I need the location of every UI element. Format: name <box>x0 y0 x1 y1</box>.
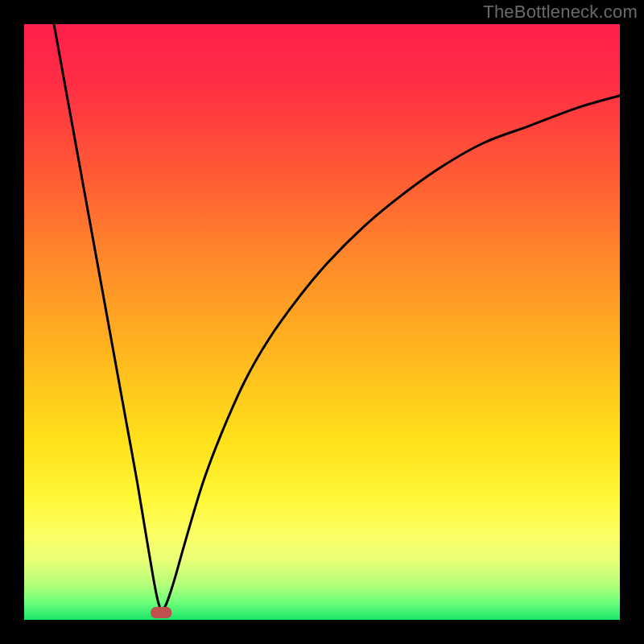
chart-frame: TheBottleneck.com <box>0 0 644 644</box>
watermark-text: TheBottleneck.com <box>483 2 638 23</box>
bottleneck-chart <box>0 0 644 644</box>
plot-background <box>24 24 620 620</box>
minimum-marker <box>151 607 171 618</box>
